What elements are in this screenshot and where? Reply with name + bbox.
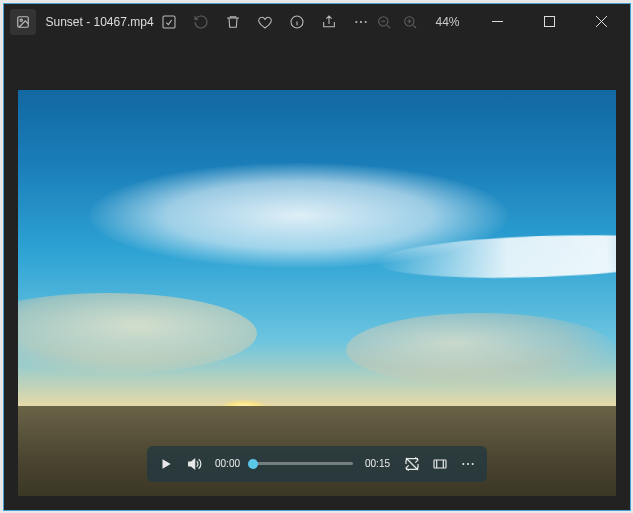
share-button[interactable] xyxy=(320,13,338,31)
app-window: Sunset - 10467.mp4 44% xyxy=(3,3,631,511)
titlebar: Sunset - 10467.mp4 44% xyxy=(4,4,630,40)
zoom-in-button[interactable] xyxy=(401,13,419,31)
titlebar-left: Sunset - 10467.mp4 xyxy=(4,9,154,35)
current-time: 00:00 xyxy=(213,458,243,469)
player-more-button[interactable] xyxy=(459,455,477,473)
svg-point-11 xyxy=(462,462,464,464)
svg-rect-10 xyxy=(434,460,446,468)
duration: 00:15 xyxy=(363,458,393,469)
edit-image-button[interactable] xyxy=(160,13,178,31)
svg-point-5 xyxy=(359,20,361,22)
app-icon xyxy=(10,9,36,35)
more-button[interactable] xyxy=(352,13,370,31)
info-button[interactable] xyxy=(288,13,306,31)
volume-button[interactable] xyxy=(185,455,203,473)
svg-rect-9 xyxy=(544,17,554,27)
loop-button[interactable] xyxy=(403,455,421,473)
seek-thumb[interactable] xyxy=(248,459,258,469)
svg-point-1 xyxy=(20,19,22,21)
video-viewport[interactable]: 00:00 00:15 xyxy=(18,90,616,496)
content-area: 00:00 00:15 xyxy=(4,40,630,510)
window-title: Sunset - 10467.mp4 xyxy=(46,15,154,29)
delete-button[interactable] xyxy=(224,13,242,31)
video-controls: 00:00 00:15 xyxy=(147,446,487,482)
svg-point-4 xyxy=(355,20,357,22)
maximize-button[interactable] xyxy=(527,4,571,40)
svg-point-13 xyxy=(471,462,473,464)
toolbar xyxy=(160,13,370,31)
svg-point-6 xyxy=(364,20,366,22)
minimize-button[interactable] xyxy=(475,4,519,40)
trim-button[interactable] xyxy=(431,455,449,473)
svg-point-12 xyxy=(466,462,468,464)
rotate-button[interactable] xyxy=(192,13,210,31)
close-button[interactable] xyxy=(579,4,623,40)
titlebar-right: 44% xyxy=(375,4,629,40)
play-button[interactable] xyxy=(157,455,175,473)
svg-rect-2 xyxy=(163,16,175,28)
seek-bar[interactable] xyxy=(253,462,353,465)
zoom-out-button[interactable] xyxy=(375,13,393,31)
favorite-button[interactable] xyxy=(256,13,274,31)
zoom-percent[interactable]: 44% xyxy=(435,15,459,29)
